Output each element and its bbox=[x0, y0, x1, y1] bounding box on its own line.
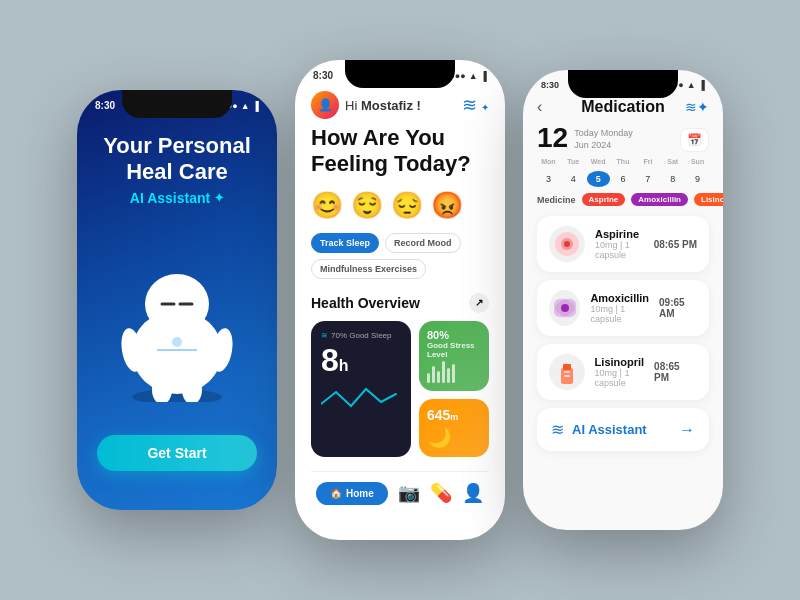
ai-sparkle-icon: ✦ bbox=[214, 191, 224, 205]
svg-point-16 bbox=[561, 304, 569, 312]
med-card-lisinopril: Lisinopril 10mg | 1 capsule 08:65 PM bbox=[537, 344, 709, 400]
emoji-calm[interactable]: 😌 bbox=[351, 190, 383, 221]
bottom-nav: 🏠 Home 📷 💊 👤 bbox=[311, 471, 489, 515]
emoji-row[interactable]: 😊 😌 😔 😡 bbox=[311, 190, 489, 221]
emoji-happy[interactable]: 😊 bbox=[311, 190, 343, 221]
med-dose-amoxicillin: 10mg | 1 capsule bbox=[590, 304, 649, 324]
svg-point-6 bbox=[172, 337, 182, 347]
health-overview-header: Health Overview ↗ bbox=[311, 293, 489, 313]
medication-content: ‹ Medication ≋✦ 12 Today Monday Jun 2024… bbox=[523, 94, 723, 455]
med-card-amoxicillin: Amoxicillin 10mg | 1 capsule 09:65 AM bbox=[537, 280, 709, 336]
ai-assistant-bar[interactable]: ≋ AI Assistant → bbox=[537, 408, 709, 451]
med-ai-icon: ≋✦ bbox=[685, 99, 709, 115]
med-icon-amoxicillin bbox=[549, 290, 580, 326]
emoji-angry[interactable]: 😡 bbox=[431, 190, 463, 221]
med-info-amoxicillin: Amoxicillin 10mg | 1 capsule bbox=[590, 292, 649, 324]
sleep-card: ≋ 70% Good Sleep 8h bbox=[311, 321, 411, 457]
robot-svg bbox=[107, 242, 247, 402]
med-icon-asprine bbox=[549, 226, 585, 262]
calendar-days-row: 3 4 5 6 7 8 9 bbox=[537, 171, 709, 187]
chip-mindfulness[interactable]: Mindfulness Exercises bbox=[311, 259, 426, 279]
chip-track-sleep[interactable]: Track Sleep bbox=[311, 233, 379, 253]
time-3: 8:30 bbox=[541, 80, 559, 90]
medication-title: Medication bbox=[581, 98, 665, 116]
date-info: Today Monday Jun 2024 bbox=[574, 127, 633, 152]
cal-5[interactable]: 5 bbox=[587, 171, 610, 187]
get-start-button[interactable]: Get Start bbox=[97, 435, 256, 471]
svg-rect-20 bbox=[564, 375, 570, 377]
avatar: 👤 bbox=[311, 91, 339, 119]
svg-rect-18 bbox=[563, 364, 571, 370]
home-label: Home bbox=[346, 488, 374, 499]
tag-asprine: Asprine bbox=[582, 193, 626, 206]
ai-icon-header[interactable]: ≋ ✦ bbox=[462, 94, 489, 116]
chips-row: Track Sleep Record Mood Mindfulness Exer… bbox=[311, 233, 489, 279]
greeting-text: Hi Mostafiz ! bbox=[345, 98, 421, 113]
med-time-asprine: 08:65 PM bbox=[654, 239, 697, 250]
tag-lisinopril: Lisinopril bbox=[694, 193, 723, 206]
ai-bar-arrow: → bbox=[679, 421, 695, 439]
cal-4[interactable]: 4 bbox=[562, 171, 585, 187]
main-question: How Are YouFeeling Today? bbox=[311, 125, 489, 178]
med-time-amoxicillin: 09:65 AM bbox=[659, 297, 697, 319]
cal-7[interactable]: 7 bbox=[636, 171, 659, 187]
med-info-asprine: Aspirine 10mg | 1 capsule bbox=[595, 228, 644, 260]
cal-9[interactable]: 9 bbox=[686, 171, 709, 187]
splash-title: Your PersonalHeal Care bbox=[103, 133, 251, 186]
phone-notch-1 bbox=[122, 90, 232, 118]
nav-pills[interactable]: 💊 bbox=[430, 482, 452, 504]
camera-icon: 📷 bbox=[398, 482, 420, 504]
health-grid: ≋ 70% Good Sleep 8h 80% Good Stress Leve… bbox=[311, 321, 489, 457]
med-name-lisinopril: Lisinopril bbox=[595, 356, 645, 368]
med-dose-asprine: 10mg | 1 capsule bbox=[595, 240, 644, 260]
profile-icon: 👤 bbox=[462, 482, 484, 504]
med-time-lisinopril: 08:65 PM bbox=[654, 361, 697, 383]
home-icon: 🏠 bbox=[330, 488, 342, 499]
ai-bar-icon: ≋ bbox=[551, 420, 564, 439]
nav-camera[interactable]: 📷 bbox=[398, 482, 420, 504]
cal-8[interactable]: 8 bbox=[661, 171, 684, 187]
cal-6[interactable]: 6 bbox=[612, 171, 635, 187]
date-row: 12 Today Monday Jun 2024 📅 bbox=[537, 124, 709, 152]
greeting-row: 👤 Hi Mostafiz ! ≋ ✦ bbox=[311, 91, 489, 119]
stress-card: 80% Good Stress Level bbox=[419, 321, 489, 391]
calendar-header-row: Mon Tue Wed Thu Fri Sat Sun bbox=[537, 158, 709, 165]
tag-amoxicillin: Amoxicillin bbox=[631, 193, 688, 206]
phone-splash: 8:30 ●●● ▲ ▐ Your PersonalHeal Care AI A… bbox=[77, 90, 277, 510]
phone-notch-3 bbox=[568, 70, 678, 98]
stress-bar-chart bbox=[427, 359, 481, 383]
splash-content: Your PersonalHeal Care AI Assistant ✦ bbox=[77, 115, 277, 495]
phone-medication: 8:30 ●●● ▲ ▐ ‹ Medication ≋✦ 12 Today Mo… bbox=[523, 70, 723, 530]
chip-record-mood[interactable]: Record Mood bbox=[385, 233, 461, 253]
time-1: 8:30 bbox=[95, 100, 115, 111]
time-2: 8:30 bbox=[313, 70, 333, 81]
wave-chart bbox=[321, 384, 401, 414]
phone-notch-2 bbox=[345, 60, 455, 88]
medicine-label: Medicine bbox=[537, 195, 576, 205]
robot-illustration bbox=[107, 210, 247, 435]
emoji-sad[interactable]: 😔 bbox=[391, 190, 423, 221]
pills-icon: 💊 bbox=[430, 482, 452, 504]
date-number: 12 bbox=[537, 124, 568, 152]
calendar-icon[interactable]: 📅 bbox=[680, 128, 709, 152]
med-icon-lisinopril bbox=[549, 354, 585, 390]
med-info-lisinopril: Lisinopril 10mg | 1 capsule bbox=[595, 356, 645, 388]
splash-subtitle: AI Assistant ✦ bbox=[130, 190, 224, 206]
med-dose-lisinopril: 10mg | 1 capsule bbox=[595, 368, 645, 388]
back-arrow[interactable]: ‹ bbox=[537, 98, 542, 116]
ai-bar-label: AI Assistant bbox=[572, 422, 679, 437]
cal-3[interactable]: 3 bbox=[537, 171, 560, 187]
phone-dashboard: 8:30 ●●● ▲ ▐ 👤 Hi Mostafiz ! ≋ ✦ How Are… bbox=[295, 60, 505, 540]
svg-point-2 bbox=[145, 274, 209, 334]
nav-home-button[interactable]: 🏠 Home bbox=[316, 482, 388, 505]
activity-card: 645m 🌙 bbox=[419, 399, 489, 457]
nav-profile[interactable]: 👤 bbox=[462, 482, 484, 504]
med-name-asprine: Aspirine bbox=[595, 228, 644, 240]
medication-header: ‹ Medication ≋✦ bbox=[537, 98, 709, 116]
svg-point-13 bbox=[564, 241, 570, 247]
med-name-amoxicillin: Amoxicillin bbox=[590, 292, 649, 304]
med-card-asprine: Aspirine 10mg | 1 capsule 08:65 PM bbox=[537, 216, 709, 272]
medicine-labels-row: Medicine Asprine Amoxicillin Lisinopril bbox=[537, 193, 709, 206]
dashboard-content: 👤 Hi Mostafiz ! ≋ ✦ How Are YouFeeling T… bbox=[295, 85, 505, 521]
svg-rect-19 bbox=[564, 371, 570, 373]
